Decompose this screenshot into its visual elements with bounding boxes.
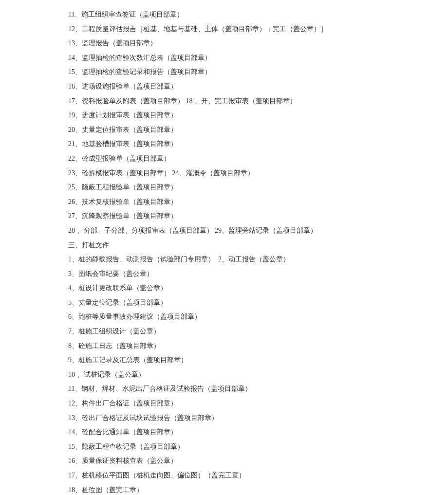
document-line: 19、进度计划报审表（盖项目部章） (68, 110, 448, 120)
document-line: 23、砼拆模报审表（盖项目部章） 24、灌溉令（盖项目部章） (68, 168, 448, 178)
document-line: 13、砼出厂合格证及试块试验报告（盖项目部章） (68, 413, 448, 423)
document-line: 11、施工组织审查签证（盖项目部章） (68, 10, 448, 19)
document-line: 6、跑桩等质量事故办理建议（盖项目部章） (68, 312, 448, 322)
document-line: 1、桩的静载报告、动测报告（试验部门专用章） 2、动工报告（盖公章） (68, 255, 448, 264)
document-line: 14、砼配合比通知单（盖项目部章） (68, 427, 448, 437)
document-line: 5、丈量定位记录（盖项目部章） (68, 298, 448, 308)
document-line: 3、图纸会审纪要（盖公章） (68, 269, 448, 279)
document-line: 15、隐蔽工程查收记录（盖项目部章） (68, 442, 448, 452)
document-line: 15、监理抽检的查验记录和报告（盖项目部章） (68, 67, 448, 77)
document-line: 27、沉降观察报验单（盖项目部章） (68, 211, 448, 221)
document-line: 18、桩位图（盖完工章） (68, 485, 448, 495)
document-line: 16、进场设施报验单（盖项目部章） (68, 82, 448, 92)
document-line: 28 、分部、子分部、分项报审表（盖项目部章） 29、监理旁站记录（盖项目部章） (68, 226, 448, 236)
document-line: 13、监理报告（盖项目部章） (68, 38, 448, 48)
document-line: 8、砼施工日志（盖项目部章） (68, 341, 448, 351)
document-line: 25、隐蔽工程报验单（盖项目部章） (68, 183, 448, 192)
document-line: 4、桩设计更改联系单（盖公章） (68, 283, 448, 293)
document-line: 16、质量保证资料核查表（盖公章） (68, 456, 448, 466)
document-line: 21、地基验槽报审表（盖项目部章） (68, 139, 448, 149)
document-line: 12、构件出厂合格证（盖项目部章） (68, 399, 448, 408)
document-line: 11、钢材、焊材、水泥出厂合格证及试验报告（盖项目部章） (68, 384, 448, 394)
document-content: 11、施工组织审查签证（盖项目部章）12、工程质量评估报吉［桩基、地基与基础、主… (68, 10, 448, 495)
document-line: 22、砼成型报验单（盖项目部章） (68, 154, 448, 164)
document-line: 7、桩施工组织设计（盖公章） (68, 327, 448, 336)
document-line: 17、资料报验单及附表（盖项目部章） 18 、开、完工报审表（盖项目部章） (68, 96, 448, 106)
document-line: 9、桩施工记录及汇总表（盖项目部章） (68, 355, 448, 365)
document-line: 三、打桩文件 (68, 240, 448, 250)
document-line: 12、工程质量评估报吉［桩基、地基与基础、主体（盖项目部章）；完工（盖公章）］ (68, 24, 448, 34)
document-line: 10 、试桩记录（盖公章） (68, 370, 448, 380)
document-line: 26、技术复核报验单（盖项目部章） (68, 197, 448, 207)
document-line: 17、桩机移位平面图（桩机走向图、偏位图）（盖完工章） (68, 471, 448, 480)
document-line: 20、丈量定位报审表（盖项目部章） (68, 125, 448, 135)
document-line: 14、监理抽检的查验次数汇总表（盖项目部章） (68, 53, 448, 63)
